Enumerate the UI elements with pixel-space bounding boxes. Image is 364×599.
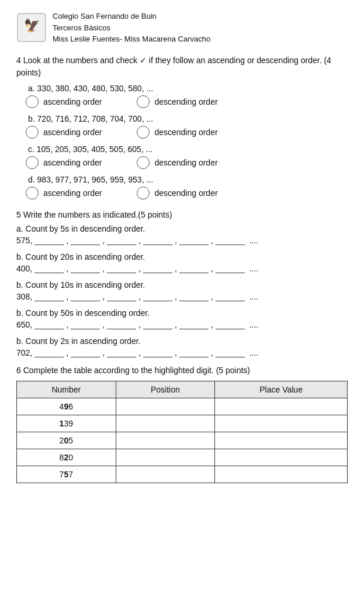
section-6-instruction: 6 Complete the table according to the hi…	[16, 366, 348, 375]
school-logo: 🦅	[16, 12, 47, 43]
question-4d-descending[interactable]: descending order	[137, 187, 217, 199]
number-cell-1: 496	[17, 398, 116, 415]
start-value-b3: 650,	[16, 320, 32, 329]
blank-b2-3	[107, 292, 136, 301]
start-value-a: 575,	[16, 236, 32, 245]
section-4-instruction: 4 Look at the numbers and check ✓ if the…	[16, 54, 348, 79]
place-value-cell-5	[215, 466, 348, 483]
blank-b1-5	[179, 264, 209, 273]
section-5-item-b4-label: b. Count by 2s in ascending order.	[16, 336, 348, 346]
section-5-item-a-label: a. Count by 5s in descending order.	[16, 224, 348, 233]
number-cell-5: 757	[17, 466, 116, 483]
question-4b-sequence: b. 720, 716, 712, 708, 704, 700, ...	[28, 114, 348, 123]
school-teachers: Miss Leslie Fuentes- Miss Macarena Carva…	[53, 33, 210, 45]
blank-b2-2	[71, 292, 100, 301]
number-cell-4: 820	[17, 449, 116, 466]
question-4a-descending[interactable]: descending order	[137, 95, 217, 108]
question-4c-ascending[interactable]: ascending order	[26, 156, 102, 169]
question-4a-sequence: a. 330, 380, 430, 480, 530, 580, ...	[28, 84, 348, 93]
table-row: 757	[17, 466, 348, 483]
start-value-b2: 308,	[16, 292, 32, 301]
school-name: Colegio San Fernando de Buin	[53, 11, 210, 22]
table-row: 139	[17, 415, 348, 432]
blank-a6	[216, 236, 245, 245]
blank-b3-3	[107, 320, 136, 329]
position-cell-4	[116, 449, 215, 466]
question-4d-ascending[interactable]: ascending order	[26, 187, 102, 199]
label-4d-descending: descending order	[154, 188, 217, 198]
label-4c-descending: descending order	[154, 158, 217, 167]
blank-b1-6	[216, 264, 245, 273]
blank-b4-4	[143, 348, 172, 357]
blank-b1-4	[143, 264, 172, 273]
question-4b-descending[interactable]: descending order	[137, 126, 217, 139]
question-4b-ascending[interactable]: ascending order	[26, 126, 102, 139]
start-value-b1: 400,	[16, 264, 32, 273]
label-4c-ascending: ascending order	[43, 158, 102, 167]
question-4d-label: d.	[28, 175, 37, 184]
dots-a: ....	[249, 236, 259, 245]
section-6-table: Number Position Place Value 496 139 205	[16, 381, 348, 483]
dots-b4: ....	[249, 348, 259, 357]
question-4b-label: b.	[28, 114, 37, 123]
school-level: Terceros Básicos	[53, 22, 210, 34]
position-cell-1	[116, 398, 215, 415]
radio-4b-ascending[interactable]	[26, 126, 39, 139]
blank-b2-6	[216, 292, 245, 301]
blank-b2-4	[143, 292, 172, 301]
place-value-cell-1	[215, 398, 348, 415]
number-cell-3: 205	[17, 432, 116, 449]
blank-b2-5	[179, 292, 209, 301]
question-4c-label: c.	[28, 144, 37, 154]
section-5: 5 Write the numbers as indicated.(5 poin…	[16, 210, 348, 357]
label-4b-descending: descending order	[154, 128, 217, 137]
col-header-place-value: Place Value	[215, 381, 348, 398]
table-row: 496	[17, 398, 348, 415]
label-4a-descending: descending order	[154, 97, 217, 106]
blank-a4	[143, 236, 172, 245]
position-cell-2	[116, 415, 215, 432]
table-row: 820	[17, 449, 348, 466]
dots-b2: ....	[249, 292, 259, 301]
question-4a-options: ascending order descending order	[26, 95, 348, 108]
section-5-item-b1-label: b. Count by 20s in ascending order.	[16, 252, 348, 261]
radio-4c-ascending[interactable]	[26, 156, 39, 169]
header-text-block: Colegio San Fernando de Buin Terceros Bá…	[53, 11, 210, 45]
section-5-item-b3-label: b. Count by 50s in descending order.	[16, 308, 348, 318]
number-cell-2: 139	[17, 415, 116, 432]
blank-b4-1	[34, 348, 64, 357]
section-5-item-b3-blanks: 650, , , , , , ....	[16, 320, 348, 329]
blank-b4-5	[179, 348, 209, 357]
blank-a2	[71, 236, 100, 245]
col-header-position: Position	[116, 381, 215, 398]
section-5-item-b4-blanks: 702, , , , , , ....	[16, 348, 348, 357]
blank-b3-4	[143, 320, 172, 329]
table-row: 205	[17, 432, 348, 449]
blank-b1-2	[71, 264, 100, 273]
dots-b1: ....	[249, 264, 259, 273]
section-5-item-b2-blanks: 308, , , , , , ....	[16, 292, 348, 301]
header: 🦅 Colegio San Fernando de Buin Terceros …	[16, 11, 348, 45]
question-4c-descending[interactable]: descending order	[137, 156, 217, 169]
blank-b1-3	[107, 264, 136, 273]
position-cell-3	[116, 432, 215, 449]
section-6: 6 Complete the table according to the hi…	[16, 366, 348, 483]
radio-4d-descending[interactable]	[137, 187, 150, 199]
blank-b2-1	[34, 292, 64, 301]
radio-4c-descending[interactable]	[137, 156, 150, 169]
radio-4a-descending[interactable]	[137, 95, 150, 108]
section-5-item-b2-label: b. Count by 10s in ascending order.	[16, 280, 348, 290]
question-4a-ascending[interactable]: ascending order	[26, 95, 102, 108]
svg-text:🦅: 🦅	[24, 18, 40, 33]
position-cell-5	[116, 466, 215, 483]
radio-4d-ascending[interactable]	[26, 187, 39, 199]
radio-4a-ascending[interactable]	[26, 95, 39, 108]
blank-a3	[107, 236, 136, 245]
question-4b-options: ascending order descending order	[26, 126, 348, 139]
blank-b3-2	[71, 320, 100, 329]
question-4d-options: ascending order descending order	[26, 187, 348, 199]
radio-4b-descending[interactable]	[137, 126, 150, 139]
section-5-item-b1-blanks: 400, , , , , , ....	[16, 264, 348, 273]
table-header-row: Number Position Place Value	[17, 381, 348, 398]
col-header-number: Number	[17, 381, 116, 398]
